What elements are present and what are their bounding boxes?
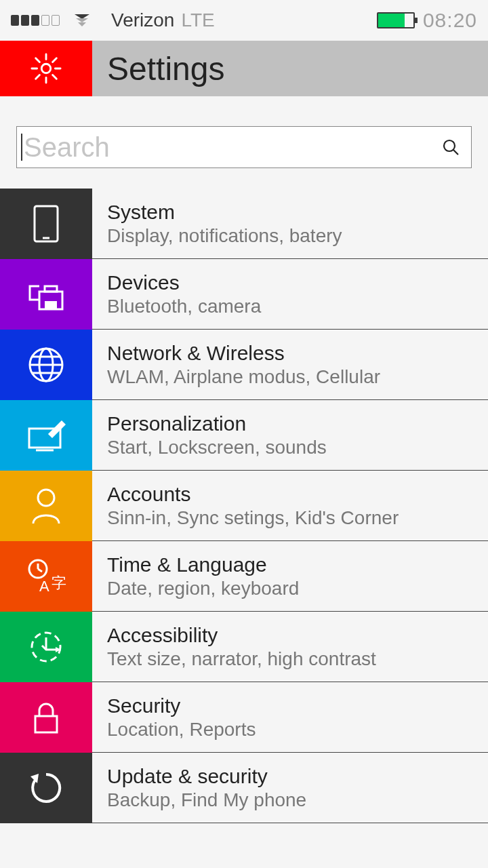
settings-list: System Display, notifications, batery De… [0, 189, 488, 823]
list-item-title: Security [107, 694, 488, 717]
globe-icon [0, 330, 92, 400]
svg-line-9 [53, 75, 57, 79]
person-icon [0, 471, 92, 541]
printer-icon [0, 259, 92, 330]
clock-label: 08:20 [423, 9, 477, 32]
network-type-label: LTE [181, 9, 214, 31]
accessibility-icon [0, 612, 92, 682]
list-item-subtitle: Start, Lockscreen, sounds [107, 437, 488, 458]
list-item-accounts[interactable]: Accounts Sinn-in, Sync setings, Kid's Co… [0, 471, 488, 541]
svg-line-13 [453, 150, 458, 155]
list-item-title: Update & security [107, 765, 488, 788]
svg-rect-17 [45, 301, 57, 309]
list-item-update[interactable]: Update & security Backup, Find My phone [0, 753, 488, 823]
svg-marker-2 [78, 22, 86, 26]
list-item-accessibility[interactable]: Accessibility Text size, narrator, high … [0, 612, 488, 682]
svg-text:A: A [39, 578, 49, 595]
list-item-subtitle: Backup, Find My phone [107, 789, 488, 811]
phone-icon [0, 189, 92, 259]
list-item-subtitle: Location, Reports [107, 719, 488, 741]
svg-marker-1 [76, 18, 88, 22]
search-container [0, 96, 488, 189]
time-language-icon: A 字 [0, 541, 92, 612]
list-item-security[interactable]: Security Location, Reports [0, 682, 488, 753]
list-item-title: System [107, 201, 488, 224]
list-item-title: Accounts [107, 483, 488, 506]
status-bar: Verizon LTE 08:20 [0, 0, 488, 41]
signal-strength-icon [11, 15, 60, 26]
search-input[interactable] [24, 132, 439, 163]
app-header: Settings [0, 41, 488, 96]
list-item-title: Time & Language [107, 553, 488, 576]
svg-text:字: 字 [52, 574, 66, 591]
list-item-subtitle: Text size, narrator, high contrast [107, 648, 488, 670]
list-item-system[interactable]: System Display, notifications, batery [0, 189, 488, 259]
list-item-subtitle: Date, region, keyboard [107, 578, 488, 599]
list-item-time-language[interactable]: A 字 Time & Language Date, region, keyboa… [0, 541, 488, 612]
svg-rect-14 [35, 206, 58, 241]
list-item-network[interactable]: Network & Wireless WLAM, Airplane modus,… [0, 330, 488, 400]
list-item-subtitle: Display, notifications, batery [107, 225, 488, 247]
svg-point-26 [38, 490, 54, 506]
svg-rect-35 [35, 716, 57, 732]
paint-monitor-icon [0, 400, 92, 471]
list-item-title: Personalization [107, 412, 488, 435]
page-title: Settings [107, 50, 224, 87]
list-item-title: Devices [107, 271, 488, 294]
svg-line-29 [38, 569, 42, 572]
list-item-subtitle: WLAM, Airplane modus, Cellular [107, 366, 488, 388]
text-cursor [21, 134, 22, 161]
list-item-title: Network & Wireless [107, 342, 488, 365]
search-icon [441, 138, 460, 157]
carrier-label: Verizon [111, 9, 174, 31]
settings-gear-icon [0, 41, 92, 96]
list-item-subtitle: Sinn-in, Sync setings, Kid's Corner [107, 507, 488, 529]
svg-rect-18 [45, 286, 57, 292]
svg-line-11 [36, 75, 40, 79]
svg-point-3 [41, 64, 50, 73]
search-button[interactable] [439, 135, 463, 159]
battery-icon [377, 12, 415, 28]
wifi-icon [73, 13, 91, 28]
list-item-personalization[interactable]: Personalization Start, Lockscreen, sound… [0, 400, 488, 471]
lock-icon [0, 682, 92, 753]
svg-point-12 [444, 140, 455, 151]
svg-line-8 [36, 58, 40, 62]
list-item-title: Accessibility [107, 624, 488, 647]
svg-line-10 [53, 58, 57, 62]
search-box[interactable] [16, 126, 472, 168]
list-item-subtitle: Bluetooth, camera [107, 296, 488, 317]
refresh-icon [0, 753, 92, 823]
svg-marker-0 [75, 14, 89, 19]
list-item-devices[interactable]: Devices Bluetooth, camera [0, 259, 488, 330]
